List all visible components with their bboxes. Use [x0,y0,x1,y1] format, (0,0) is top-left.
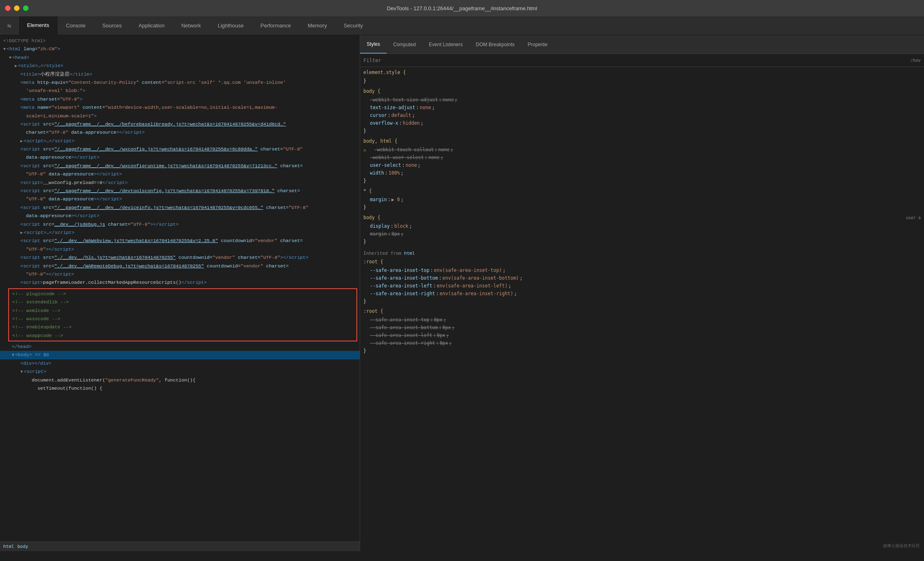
css-selector-root-1: :root { [363,258,383,266]
css-rule-star: * { margin: ▶ 0; } [363,187,921,211]
css-prop-safe-area-top-0: --safe-area-inset-top: 0px; [363,316,921,324]
css-selector-body-html: body, html { [363,137,397,145]
comment-enableupdate: <!-- enableupdate --> [11,323,355,331]
line-script-jsdebug[interactable]: <script src=__dev__/jsdebug.js charset="… [0,220,360,229]
filter-bar: Filter :hov [360,54,924,67]
css-rule-element-style: element.style { } [363,69,921,85]
line-meta-csp2: 'unsafe-eval' blob:"> [0,87,360,95]
breadcrumb-body[interactable]: body [18,544,29,549]
line-script-devtools[interactable]: <script src="/__pageframe__/__dev__/devt… [0,187,360,195]
minimize-button[interactable] [14,5,20,11]
source-hint-user-a: user a [906,215,921,222]
line-script-wxconfig[interactable]: <script src="/__pageframe__/__dev__/wxco… [0,145,360,153]
styles-panel: Styles Computed Event Listeners DOM Brea… [360,35,924,551]
line-script-deviceinfo[interactable]: <script src="/__pageframe__/__dev__/devi… [0,204,360,212]
line-script-beforebase2: charset="UTF-8" data-appresource></scrip… [0,128,360,137]
tab-network[interactable]: Network [173,16,210,35]
filter-label: Filter [363,58,381,63]
breadcrumb-html[interactable]: html [3,544,14,549]
comment-wxsscode: <!-- wxsscode --> [11,315,355,323]
tab-bar: ⇆ Elements Console Sources Application N… [0,16,924,35]
line-script-collapsed1[interactable]: ▶<script>…</script> [0,137,360,145]
styles-tab-computed[interactable]: Computed [387,35,422,54]
line-meta-viewport2: scale=1,minimum-scale=1"> [0,112,360,120]
tab-performance[interactable]: Performance [252,16,300,35]
line-div: <div></div> [0,359,360,368]
css-prop-safe-area-right-0: --safe-area-inset-right: 0px; [363,339,921,347]
filter-input[interactable] [384,58,906,63]
line-script-waremote[interactable]: <script src="./__dev__/WARemoteDebug.js?… [0,262,360,270]
line-script-body[interactable]: ▼<script> [0,368,360,376]
css-selector-root-2: :root { [363,307,383,315]
line-script-wxconfig2: data-appresource></script> [0,153,360,162]
tab-security[interactable]: Security [336,16,372,35]
tab-memory[interactable]: Memory [300,16,336,35]
line-addeventlistener: document.addEventListener("generateFuncR… [0,376,360,384]
comment-plugincode: <!-- plugincode --> [11,290,355,298]
watermark: @稀土掘金技术社区 [883,543,920,549]
comment-extendedlib: <!-- extendedlib --> [11,298,355,306]
css-rule-root-2: :root { --safe-area-inset-top: 0px; --sa… [363,307,921,355]
line-script-waremote2: "UTF-8"></script> [0,270,360,278]
line-script-collapsed2[interactable]: ▶<script>…</script> [0,229,360,237]
line-html[interactable]: ▼<html lang="zh-CN"> [0,45,360,53]
line-doctype: <!DOCTYPE html> [0,37,360,45]
styles-tab-dom-breakpoints[interactable]: DOM Breakpoints [469,35,521,54]
css-prop-user-select: user-select: none; [363,162,921,169]
tab-console[interactable]: Console [58,16,94,35]
line-settimeout: setTimeout(function() { [0,384,360,393]
styles-tab-event-listeners[interactable]: Event Listeners [422,35,469,54]
css-prop-safe-area-left-0: --safe-area-inset-left: 0px; [363,332,921,339]
line-body[interactable]: ▼<body> == $0 [0,351,360,359]
line-script-beforebase[interactable]: <script src="/__pageframe__/__dev__/befo… [0,120,360,128]
css-prop-safe-area-top: --safe-area-inset-top: env(safe-area-ins… [363,267,921,274]
css-selector-body-2: body { [363,214,381,222]
devtools-icon: ⇆ [0,16,19,35]
line-script-deviceinfo2: data-appresource></script> [0,212,360,220]
css-rule-root-1: :root { --safe-area-inset-top: env(safe-… [363,258,921,305]
inherited-from-html: Inherited from html [363,248,921,258]
traffic-lights [5,5,29,11]
line-head[interactable]: ▼<head> [0,54,360,62]
line-title: <title>小程序渲染层</title> [0,70,360,79]
css-prop-safe-area-bottom: --safe-area-inset-bottom: env(safe-area-… [363,274,921,282]
css-rule-body-2: body { user a display: block; margin: 8p… [363,214,921,246]
styles-tab-styles[interactable]: Styles [360,35,387,54]
css-selector-star: * { [363,187,372,195]
elements-content: <!DOCTYPE html> ▼<html lang="zh-CN"> ▼<h… [0,35,360,541]
css-prop-webkit-text-size: -webkit-text-size-adjust: none; [363,96,921,104]
css-prop-margin: margin: ▶ 0; [363,196,921,204]
css-prop-safe-area-right: --safe-area-inset-right: env(safe-area-i… [363,290,921,298]
line-script-preload: <script>__wxConfig.preload=!0</script> [0,179,360,187]
line-head-close: </head> [0,343,360,351]
comment-wxmlcode: <!-- wxmlcode --> [11,307,355,315]
tab-elements[interactable]: Elements [19,16,58,35]
styles-content: element.style { } body { -webkit-text-si… [360,67,924,551]
tab-application[interactable]: Application [131,16,174,35]
tab-lighthouse[interactable]: Lighthouse [210,16,252,35]
line-script-wxconfigruntime[interactable]: <script src="/__pageframe__/__dev__/wxco… [0,162,360,170]
css-prop-webkit-user-select: -webkit-user-select: none; [363,154,921,162]
css-rule-body-html: body, html { ⚠-webkit-touch-callout: non… [363,137,921,185]
line-style[interactable]: ▶<style>…</style> [0,62,360,70]
styles-tab-bar: Styles Computed Event Listeners DOM Brea… [360,35,924,54]
tab-sources[interactable]: Sources [94,16,131,35]
comment-box: <!-- plugincode --> <!-- extendedlib -->… [8,288,357,341]
css-prop-safe-area-left: --safe-area-inset-left: env(safe-area-in… [363,282,921,290]
title-bar: DevTools - 127.0.0.1:26444/__pageframe__… [0,0,924,16]
css-prop-text-size: text-size-adjust: none; [363,104,921,112]
close-button[interactable] [5,5,11,11]
line-meta-csp: <meta http-equiv="Content-Security-Polic… [0,79,360,87]
css-prop-cursor: cursor: default; [363,112,921,119]
comment-wxappcode: <!-- wxappcode --> [11,332,355,340]
line-script-hls[interactable]: <script src="./__dev__/hls.js?t=wechat&s… [0,254,360,262]
css-selector-element-style: element.style { [363,69,406,76]
maximize-button[interactable] [23,5,29,11]
line-script-wxconfigruntime2: "UTF-8" data-appresource></script> [0,170,360,178]
line-script-wawebview[interactable]: <script src="./__dev__/WAWebview.js?t=we… [0,237,360,245]
line-meta-viewport: <meta name="viewport" content="width=dev… [0,103,360,112]
line-meta-charset: <meta charset="UTF-8"> [0,95,360,103]
css-prop-overflow-x: overflow-x: hidden; [363,119,921,127]
filter-hov[interactable]: :hov [910,58,921,63]
styles-tab-properties[interactable]: Propertie [521,35,554,54]
